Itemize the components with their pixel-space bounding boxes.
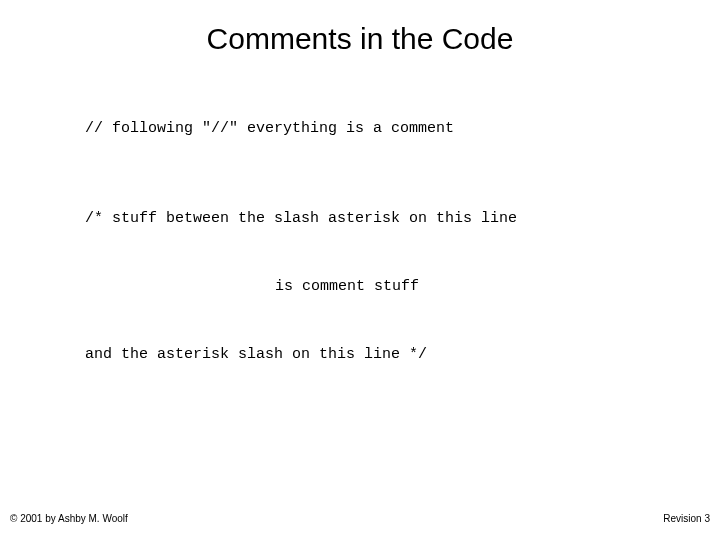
footer-copyright: © 2001 by Ashby M. Woolf (10, 513, 128, 524)
code-line: /* stuff between the slash asterisk on t… (85, 210, 680, 228)
code-line: and the asterisk slash on this line */ (85, 346, 680, 364)
code-line: is comment stuff (85, 278, 680, 296)
page-title: Comments in the Code (0, 0, 720, 56)
footer-revision: Revision 3 (663, 513, 710, 524)
code-line: // following "//" everything is a commen… (85, 120, 680, 138)
code-block: // following "//" everything is a commen… (85, 120, 680, 364)
